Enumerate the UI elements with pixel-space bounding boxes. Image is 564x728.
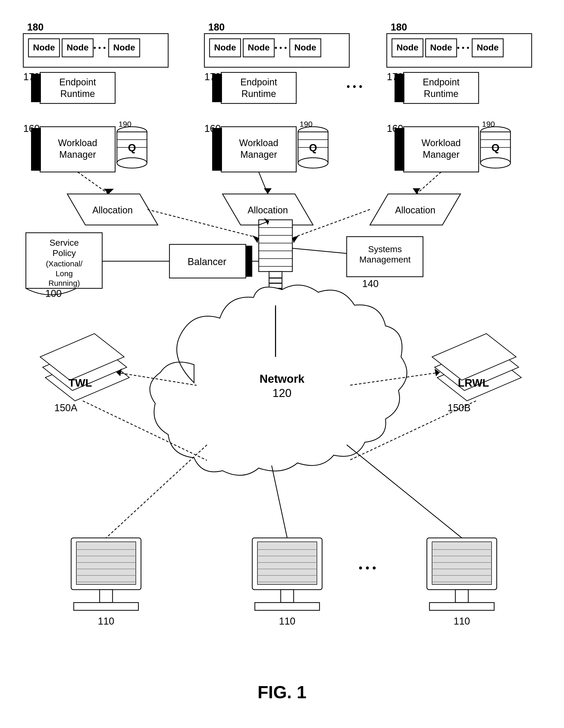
svg-rect-35 [212, 128, 222, 171]
svg-text:Node: Node [248, 42, 270, 52]
svg-text:Node: Node [430, 42, 452, 52]
svg-rect-112 [100, 590, 112, 603]
svg-text:Systems: Systems [368, 244, 402, 254]
computer-2: 110 [252, 538, 322, 627]
svg-point-18 [117, 158, 147, 168]
svg-text:Node: Node [477, 42, 499, 52]
svg-text:Workload: Workload [58, 138, 97, 148]
svg-text:Q: Q [128, 142, 136, 153]
svg-rect-113 [74, 603, 138, 610]
svg-text:Q: Q [491, 142, 499, 153]
svg-point-40 [298, 158, 328, 168]
svg-text:Management: Management [359, 254, 411, 264]
svg-text:Manager: Manager [423, 149, 460, 160]
svg-text:Policy: Policy [52, 248, 76, 258]
svg-text:TWL: TWL [69, 377, 92, 389]
svg-line-158 [271, 466, 287, 538]
svg-marker-148 [252, 235, 259, 243]
label-110-1: 110 [98, 616, 114, 627]
svg-text:• • •: • • • [274, 43, 287, 52]
svg-text:Q: Q [309, 142, 317, 153]
label-180-1: 180 [27, 22, 43, 33]
svg-text:(Xactional/: (Xactional/ [46, 259, 82, 268]
svg-text:Allocation: Allocation [92, 205, 133, 215]
svg-rect-9 [31, 74, 41, 102]
svg-line-154 [293, 248, 347, 253]
svg-line-145 [417, 172, 441, 194]
svg-text:Running): Running) [48, 279, 80, 287]
svg-text:Node: Node [295, 42, 317, 52]
svg-text:Balancer: Balancer [187, 256, 226, 267]
label-150b: 150B [448, 402, 471, 413]
label-150a: 150A [54, 402, 77, 413]
svg-text:Workload: Workload [239, 138, 278, 148]
svg-text:• • •: • • • [457, 43, 469, 52]
svg-line-141 [78, 172, 109, 194]
svg-marker-146 [413, 188, 420, 194]
svg-text:Node: Node [33, 42, 55, 52]
label-110-3: 110 [454, 616, 470, 627]
svg-text:Runtime: Runtime [60, 88, 95, 99]
svg-marker-144 [264, 188, 271, 194]
svg-text:Workload: Workload [422, 138, 461, 148]
svg-text:Manager: Manager [240, 149, 277, 160]
svg-rect-13 [31, 128, 41, 171]
svg-rect-31 [212, 74, 222, 102]
label-110-2: 110 [279, 616, 295, 627]
svg-text:• • •: • • • [359, 562, 376, 574]
svg-text:Endpoint: Endpoint [59, 77, 96, 87]
svg-text:Allocation: Allocation [247, 205, 288, 215]
svg-point-62 [480, 158, 510, 168]
svg-text:Manager: Manager [59, 149, 96, 160]
svg-text:Endpoint: Endpoint [240, 77, 277, 87]
svg-text:Node: Node [113, 42, 135, 52]
svg-text:Node: Node [214, 42, 236, 52]
svg-rect-111 [76, 542, 136, 584]
svg-text:Endpoint: Endpoint [423, 77, 460, 87]
svg-text:Long: Long [56, 269, 73, 278]
svg-line-159 [347, 445, 462, 538]
svg-text:Network: Network [259, 372, 305, 385]
svg-text:• • •: • • • [347, 81, 362, 92]
svg-text:Allocation: Allocation [395, 205, 435, 215]
svg-rect-133 [455, 590, 468, 603]
svg-rect-123 [255, 603, 320, 610]
computer-3: 110 [427, 538, 497, 627]
svg-rect-53 [395, 74, 404, 102]
svg-text:Service: Service [49, 238, 79, 247]
svg-rect-122 [281, 590, 294, 603]
label-140: 140 [362, 278, 379, 289]
label-180-3: 180 [391, 22, 407, 33]
svg-text:Runtime: Runtime [424, 88, 459, 99]
fig-label: FIG. 1 [258, 682, 307, 702]
svg-marker-142 [103, 189, 114, 194]
svg-rect-121 [257, 542, 317, 584]
network-cloud: Network 120 [150, 285, 407, 475]
label-180-2: 180 [208, 22, 224, 33]
svg-marker-152 [293, 235, 299, 243]
svg-text:• • •: • • • [93, 43, 106, 52]
svg-text:Node: Node [397, 42, 419, 52]
svg-rect-57 [395, 128, 404, 171]
svg-text:120: 120 [272, 387, 291, 399]
svg-text:LRWL: LRWL [458, 377, 489, 389]
computer-1: 110 [71, 538, 141, 627]
label-100: 100 [45, 288, 62, 299]
svg-rect-134 [430, 603, 494, 610]
svg-text:Runtime: Runtime [241, 88, 276, 99]
svg-text:Node: Node [67, 42, 89, 52]
svg-line-157 [106, 445, 207, 538]
diagram-container: 180 Node Node • • • Node 170 Endpoint Ru… [0, 0, 564, 728]
svg-rect-132 [432, 542, 492, 584]
